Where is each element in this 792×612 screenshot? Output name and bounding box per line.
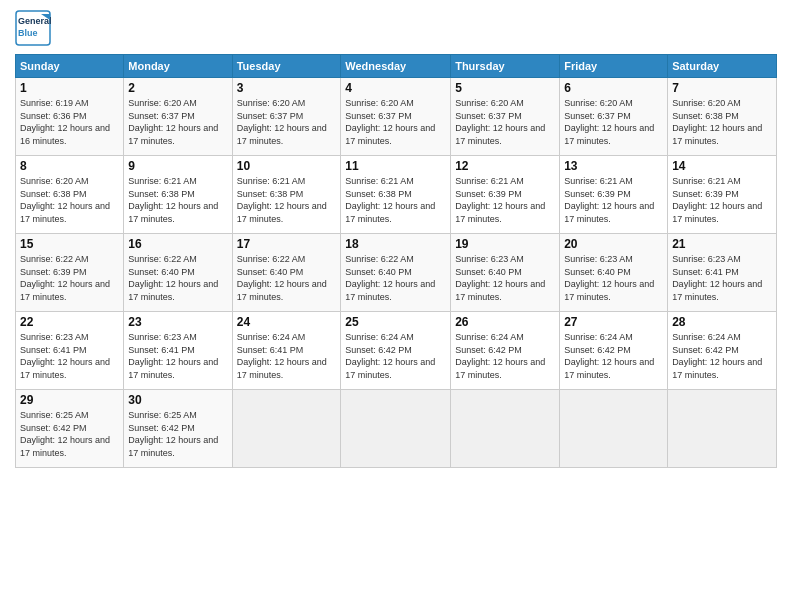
calendar-day-16: 16Sunrise: 6:22 AMSunset: 6:40 PMDayligh… bbox=[124, 234, 232, 312]
calendar-day-23: 23Sunrise: 6:23 AMSunset: 6:41 PMDayligh… bbox=[124, 312, 232, 390]
calendar-day-20: 20Sunrise: 6:23 AMSunset: 6:40 PMDayligh… bbox=[560, 234, 668, 312]
calendar-day-30: 30Sunrise: 6:25 AMSunset: 6:42 PMDayligh… bbox=[124, 390, 232, 468]
calendar-empty bbox=[560, 390, 668, 468]
calendar-day-15: 15Sunrise: 6:22 AMSunset: 6:39 PMDayligh… bbox=[16, 234, 124, 312]
svg-text:Blue: Blue bbox=[18, 28, 38, 38]
calendar-week-1: 1Sunrise: 6:19 AMSunset: 6:36 PMDaylight… bbox=[16, 78, 777, 156]
calendar-day-22: 22Sunrise: 6:23 AMSunset: 6:41 PMDayligh… bbox=[16, 312, 124, 390]
calendar-week-3: 15Sunrise: 6:22 AMSunset: 6:39 PMDayligh… bbox=[16, 234, 777, 312]
logo: General Blue bbox=[15, 10, 51, 46]
calendar-day-9: 9Sunrise: 6:21 AMSunset: 6:38 PMDaylight… bbox=[124, 156, 232, 234]
calendar-day-2: 2Sunrise: 6:20 AMSunset: 6:37 PMDaylight… bbox=[124, 78, 232, 156]
calendar-day-8: 8Sunrise: 6:20 AMSunset: 6:38 PMDaylight… bbox=[16, 156, 124, 234]
calendar-day-21: 21Sunrise: 6:23 AMSunset: 6:41 PMDayligh… bbox=[668, 234, 777, 312]
calendar-day-25: 25Sunrise: 6:24 AMSunset: 6:42 PMDayligh… bbox=[341, 312, 451, 390]
calendar-empty bbox=[341, 390, 451, 468]
calendar-week-4: 22Sunrise: 6:23 AMSunset: 6:41 PMDayligh… bbox=[16, 312, 777, 390]
calendar-week-2: 8Sunrise: 6:20 AMSunset: 6:38 PMDaylight… bbox=[16, 156, 777, 234]
calendar-day-10: 10Sunrise: 6:21 AMSunset: 6:38 PMDayligh… bbox=[232, 156, 341, 234]
calendar-empty bbox=[451, 390, 560, 468]
calendar-day-5: 5Sunrise: 6:20 AMSunset: 6:37 PMDaylight… bbox=[451, 78, 560, 156]
calendar-empty bbox=[668, 390, 777, 468]
calendar-empty bbox=[232, 390, 341, 468]
calendar-day-19: 19Sunrise: 6:23 AMSunset: 6:40 PMDayligh… bbox=[451, 234, 560, 312]
calendar-table: SundayMondayTuesdayWednesdayThursdayFrid… bbox=[15, 54, 777, 468]
calendar-header-tuesday: Tuesday bbox=[232, 55, 341, 78]
calendar-day-26: 26Sunrise: 6:24 AMSunset: 6:42 PMDayligh… bbox=[451, 312, 560, 390]
calendar-day-13: 13Sunrise: 6:21 AMSunset: 6:39 PMDayligh… bbox=[560, 156, 668, 234]
calendar-day-7: 7Sunrise: 6:20 AMSunset: 6:38 PMDaylight… bbox=[668, 78, 777, 156]
calendar-day-12: 12Sunrise: 6:21 AMSunset: 6:39 PMDayligh… bbox=[451, 156, 560, 234]
calendar-day-27: 27Sunrise: 6:24 AMSunset: 6:42 PMDayligh… bbox=[560, 312, 668, 390]
calendar-header-friday: Friday bbox=[560, 55, 668, 78]
calendar-day-17: 17Sunrise: 6:22 AMSunset: 6:40 PMDayligh… bbox=[232, 234, 341, 312]
calendar-week-5: 29Sunrise: 6:25 AMSunset: 6:42 PMDayligh… bbox=[16, 390, 777, 468]
svg-text:General: General bbox=[18, 16, 51, 26]
calendar-header-sunday: Sunday bbox=[16, 55, 124, 78]
calendar-day-3: 3Sunrise: 6:20 AMSunset: 6:37 PMDaylight… bbox=[232, 78, 341, 156]
header: General Blue bbox=[15, 10, 777, 46]
calendar-header-saturday: Saturday bbox=[668, 55, 777, 78]
calendar-header-monday: Monday bbox=[124, 55, 232, 78]
calendar-day-18: 18Sunrise: 6:22 AMSunset: 6:40 PMDayligh… bbox=[341, 234, 451, 312]
page: General Blue SundayMondayTuesdayWednesda… bbox=[0, 0, 792, 612]
calendar-day-24: 24Sunrise: 6:24 AMSunset: 6:41 PMDayligh… bbox=[232, 312, 341, 390]
calendar-header-row: SundayMondayTuesdayWednesdayThursdayFrid… bbox=[16, 55, 777, 78]
calendar-day-28: 28Sunrise: 6:24 AMSunset: 6:42 PMDayligh… bbox=[668, 312, 777, 390]
calendar-day-29: 29Sunrise: 6:25 AMSunset: 6:42 PMDayligh… bbox=[16, 390, 124, 468]
calendar-header-wednesday: Wednesday bbox=[341, 55, 451, 78]
logo-svg: General Blue bbox=[15, 10, 51, 46]
calendar-day-1: 1Sunrise: 6:19 AMSunset: 6:36 PMDaylight… bbox=[16, 78, 124, 156]
calendar-header-thursday: Thursday bbox=[451, 55, 560, 78]
calendar-day-11: 11Sunrise: 6:21 AMSunset: 6:38 PMDayligh… bbox=[341, 156, 451, 234]
calendar-day-6: 6Sunrise: 6:20 AMSunset: 6:37 PMDaylight… bbox=[560, 78, 668, 156]
calendar-day-14: 14Sunrise: 6:21 AMSunset: 6:39 PMDayligh… bbox=[668, 156, 777, 234]
calendar-day-4: 4Sunrise: 6:20 AMSunset: 6:37 PMDaylight… bbox=[341, 78, 451, 156]
